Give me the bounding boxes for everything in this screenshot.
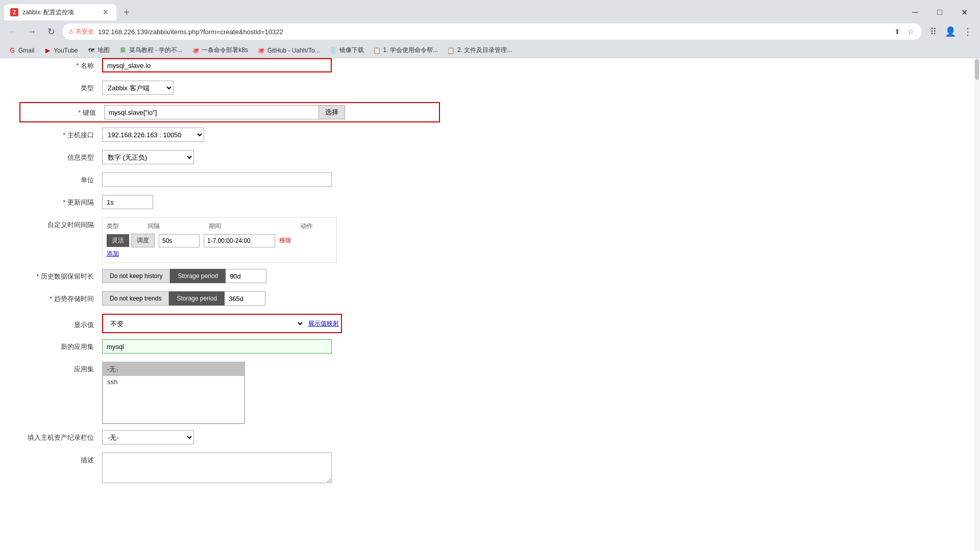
add-interval-link[interactable]: 添加 (107, 249, 332, 258)
maximize-button[interactable]: □ (928, 4, 951, 20)
scrollbar-thumb (975, 59, 979, 80)
menu-button[interactable]: ⋮ (960, 23, 976, 40)
new-app-row: 新的应用集 (20, 339, 439, 356)
form-container: 名称 类型 Zabbix 客户端 键值 (0, 58, 459, 511)
mapping-link[interactable]: 展示值映射 (308, 319, 339, 328)
cmd-help-icon: 📋 (373, 46, 381, 55)
youtube-icon: ▶ (43, 46, 52, 55)
host-port-label: 主机接口 (20, 128, 102, 140)
host-port-select[interactable]: 192.168.226.163 : 10050 (102, 128, 204, 142)
type-row: 类型 Zabbix 客户端 (20, 81, 439, 97)
history-value-input[interactable] (226, 269, 266, 283)
bookmark-mirror-label: 镜像下载 (339, 46, 364, 55)
new-tab-button[interactable]: + (118, 4, 135, 20)
gmail-icon: G (8, 46, 16, 55)
ci-row-1: 灵活 调度 移除 (107, 234, 332, 247)
extensions-button[interactable]: ⠿ (925, 23, 941, 40)
unit-input[interactable] (102, 172, 332, 187)
display-row-inner: 不变 展示值映射 (102, 314, 342, 333)
bookmark-k8s[interactable]: 🐙 一条命令部署k8s (187, 44, 252, 56)
update-interval-field (102, 195, 439, 209)
address-url-text: 192.168.226.139/zabbix/items.php?form=cr… (98, 28, 888, 36)
asset-label: 填入主机资产纪录栏位 (20, 430, 102, 442)
profile-button[interactable]: 👤 (942, 23, 959, 40)
bookmark-gmail[interactable]: G Gmail (4, 45, 38, 56)
info-type-label: 信息类型 (20, 150, 102, 162)
ci-header-period: 期间 (209, 222, 301, 231)
warning-icon: ⚠ (68, 28, 74, 35)
bookmark-youtube-label: YouTube (54, 47, 78, 54)
bookmark-cmd-help[interactable]: 📋 1. 学会使用命令帮... (369, 44, 442, 56)
trend-value-input[interactable] (225, 291, 265, 306)
history-label: 历史数据保留时长 (20, 269, 102, 281)
flexible-button[interactable]: 灵活 (107, 234, 129, 247)
desc-label: 描述 (20, 453, 102, 465)
close-button[interactable]: ✕ (952, 4, 976, 20)
back-button[interactable]: ← (4, 23, 20, 40)
display-select[interactable]: 不变 (105, 317, 304, 330)
bookmark-maps[interactable]: 🗺 地图 (83, 44, 114, 56)
key-select-button[interactable]: 选择 (318, 105, 345, 119)
ci-header-action: 动作 (301, 222, 331, 231)
history-no-keep-button[interactable]: Do not keep history (102, 269, 170, 283)
name-input[interactable] (102, 58, 332, 72)
bookmark-github-uahh[interactable]: 🐙 GitHub - Uahh/To... (253, 45, 324, 56)
bookmark-mirror[interactable]: 💿 镜像下载 (325, 44, 368, 56)
bookmark-youtube[interactable]: ▶ YouTube (39, 45, 82, 56)
ci-interval-input[interactable] (159, 234, 200, 247)
address-bar-row: ← → ↻ ⚠ 不安全 192.168.226.139/zabbix/items… (0, 20, 980, 43)
app-option-none[interactable]: -无- (103, 363, 244, 376)
mirror-icon: 💿 (329, 46, 337, 55)
display-field: 不变 展示值映射 (102, 314, 439, 333)
bookmark-file-mgr[interactable]: 📋 2. 文件及目录管理... (443, 44, 516, 56)
ci-period-input[interactable] (204, 234, 275, 247)
app-set-label: 应用集 (20, 362, 102, 374)
app-listbox-inner: -无- ssh (103, 362, 244, 423)
active-tab[interactable]: Z zabbix: 配置监控项 ✕ (4, 4, 116, 20)
trend-no-keep-button[interactable]: Do not keep trends (102, 291, 169, 306)
address-bar[interactable]: ⚠ 不安全 192.168.226.139/zabbix/items.php?f… (62, 23, 922, 40)
asset-select[interactable]: -无- (102, 430, 194, 444)
app-listbox: -无- ssh (102, 362, 245, 424)
info-type-row: 信息类型 数字 (无正负) (20, 150, 439, 166)
refresh-button[interactable]: ↻ (43, 23, 59, 40)
custom-interval-label: 自定义时间间隔 (20, 217, 102, 230)
github-uahh-icon: 🐙 (257, 46, 265, 55)
trend-toggle-group: Do not keep trends Storage period (102, 291, 439, 306)
unit-field (102, 172, 439, 187)
name-field (102, 58, 439, 72)
bookmark-star-icon[interactable]: ☆ (905, 27, 916, 37)
history-field: Do not keep history Storage period (102, 269, 439, 283)
trend-row: 趋势存储时间 Do not keep trends Storage period (20, 291, 439, 308)
minimize-button[interactable]: ─ (903, 4, 927, 20)
key-input[interactable] (104, 105, 318, 119)
ci-header-interval: 间隔 (148, 222, 209, 231)
new-app-input[interactable] (102, 339, 332, 354)
trend-storage-button[interactable]: Storage period (169, 291, 225, 306)
history-row: 历史数据保留时长 Do not keep history Storage per… (20, 269, 439, 285)
update-interval-row: 更新间隔 (20, 195, 439, 211)
bookmark-k8s-label: 一条命令部署k8s (202, 46, 248, 55)
info-type-select[interactable]: 数字 (无正负) (102, 150, 194, 164)
forward-button[interactable]: → (23, 23, 40, 40)
type-select[interactable]: Zabbix 客户端 (102, 81, 174, 95)
tab-close-button[interactable]: ✕ (101, 8, 110, 17)
bookmark-runoob[interactable]: 菜 菜鸟教程 - 学的不... (115, 44, 187, 56)
host-port-row: 主机接口 192.168.226.163 : 10050 (20, 128, 439, 144)
history-storage-button[interactable]: Storage period (170, 269, 226, 283)
bookmark-uahh-label: GitHub - Uahh/To... (267, 47, 320, 54)
desc-textarea[interactable] (102, 453, 332, 483)
remove-button[interactable]: 移除 (279, 236, 291, 245)
update-interval-input[interactable] (102, 195, 153, 209)
page-scrollbar[interactable] (974, 58, 980, 551)
address-bar-icons: ⬆ ☆ (892, 27, 916, 37)
display-row: 显示值 不变 展示值映射 (20, 314, 439, 333)
app-option-ssh[interactable]: ssh (103, 376, 244, 388)
desc-row: 描述 (20, 453, 439, 485)
schedule-button[interactable]: 调度 (131, 234, 155, 247)
custom-interval-row: 自定义时间间隔 类型 间隔 期间 动作 灵活 调度 (20, 217, 439, 263)
app-set-field: -无- ssh (102, 362, 439, 424)
page-content: 名称 类型 Zabbix 客户端 键值 (0, 58, 980, 551)
insecure-label: 不安全 (76, 28, 94, 36)
share-icon[interactable]: ⬆ (892, 27, 902, 37)
